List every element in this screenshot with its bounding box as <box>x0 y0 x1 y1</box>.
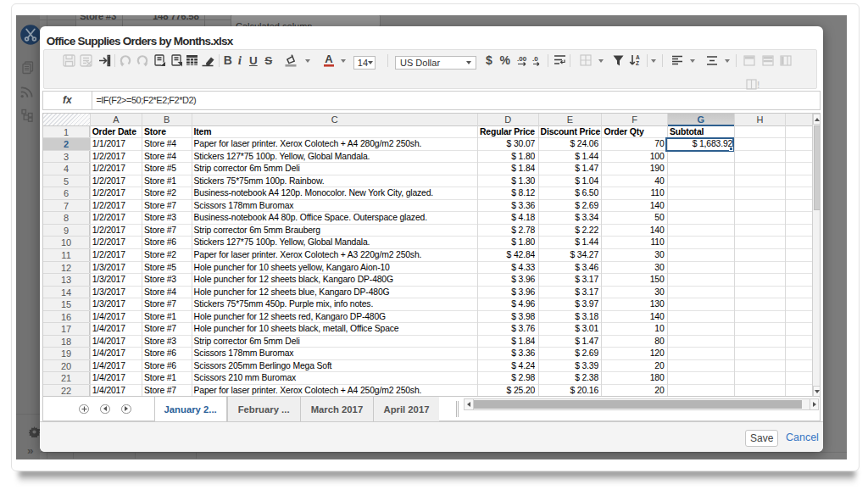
svg-text:.0: .0 <box>532 55 538 63</box>
svg-text:A: A <box>325 53 333 65</box>
svg-text:A: A <box>636 54 640 60</box>
svg-text:Z: Z <box>636 60 639 66</box>
svg-text:!: ! <box>757 81 760 90</box>
svg-text:.00: .00 <box>517 55 527 63</box>
